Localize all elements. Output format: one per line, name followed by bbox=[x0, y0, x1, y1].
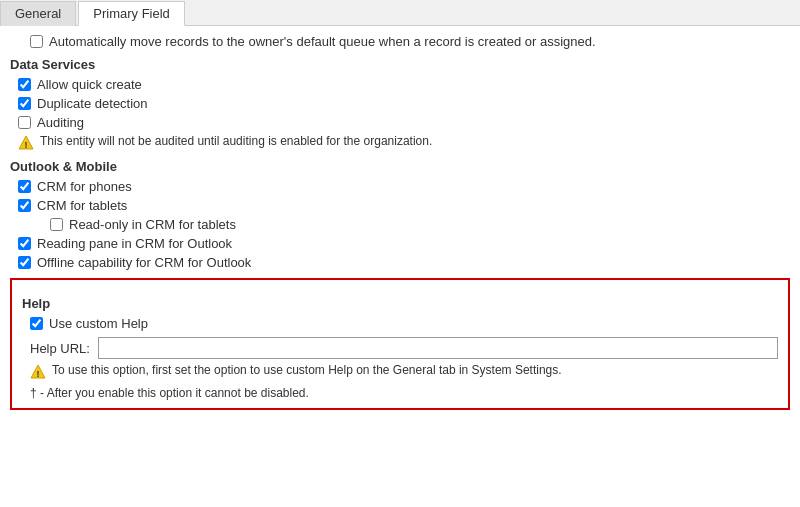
help-section: Help Use custom Help Help URL: ! To use … bbox=[10, 278, 790, 410]
duplicate-detection-checkbox[interactable] bbox=[18, 97, 31, 110]
queues-checkbox[interactable] bbox=[30, 35, 43, 48]
main-content: Automatically move records to the owner'… bbox=[0, 26, 800, 505]
outlook-mobile-header: Outlook & Mobile bbox=[10, 159, 790, 174]
duplicate-detection-label: Duplicate detection bbox=[37, 96, 148, 111]
crm-tablets-checkbox[interactable] bbox=[18, 199, 31, 212]
warning-icon: ! bbox=[18, 135, 34, 151]
use-custom-help-row: Use custom Help bbox=[22, 316, 778, 331]
use-custom-help-checkbox[interactable] bbox=[30, 317, 43, 330]
auditing-checkbox[interactable] bbox=[18, 116, 31, 129]
svg-text:!: ! bbox=[37, 369, 40, 379]
queues-label: Automatically move records to the owner'… bbox=[49, 34, 596, 49]
auditing-row: Auditing bbox=[10, 115, 790, 130]
reading-pane-row: Reading pane in CRM for Outlook bbox=[10, 236, 790, 251]
auditing-warning-text: This entity will not be audited until au… bbox=[40, 134, 432, 148]
crm-tablets-row: CRM for tablets bbox=[10, 198, 790, 213]
offline-capability-label: Offline capability for CRM for Outlook bbox=[37, 255, 251, 270]
offline-capability-row: Offline capability for CRM for Outlook bbox=[10, 255, 790, 270]
crm-tablets-label: CRM for tablets bbox=[37, 198, 127, 213]
help-warning-icon: ! bbox=[30, 364, 46, 380]
crm-phones-row: CRM for phones bbox=[10, 179, 790, 194]
tab-general[interactable]: General bbox=[0, 1, 76, 26]
use-custom-help-label: Use custom Help bbox=[49, 316, 148, 331]
allow-quick-create-label: Allow quick create bbox=[37, 77, 142, 92]
offline-capability-checkbox[interactable] bbox=[18, 256, 31, 269]
help-url-input[interactable] bbox=[98, 337, 778, 359]
reading-pane-checkbox[interactable] bbox=[18, 237, 31, 250]
svg-text:!: ! bbox=[25, 140, 28, 150]
queues-row: Automatically move records to the owner'… bbox=[10, 34, 790, 49]
reading-pane-label: Reading pane in CRM for Outlook bbox=[37, 236, 232, 251]
duplicate-detection-row: Duplicate detection bbox=[10, 96, 790, 111]
allow-quick-create-row: Allow quick create bbox=[10, 77, 790, 92]
read-only-tablets-label: Read-only in CRM for tablets bbox=[69, 217, 236, 232]
read-only-tablets-row: Read-only in CRM for tablets bbox=[10, 217, 790, 232]
tab-primary-field[interactable]: Primary Field bbox=[78, 1, 185, 26]
crm-phones-checkbox[interactable] bbox=[18, 180, 31, 193]
help-warning-text: To use this option, first set the option… bbox=[52, 363, 562, 377]
allow-quick-create-checkbox[interactable] bbox=[18, 78, 31, 91]
tab-bar: General Primary Field bbox=[0, 0, 800, 26]
help-note: † - After you enable this option it cann… bbox=[22, 386, 778, 400]
auditing-label: Auditing bbox=[37, 115, 84, 130]
help-url-label: Help URL: bbox=[30, 341, 90, 356]
read-only-tablets-checkbox[interactable] bbox=[50, 218, 63, 231]
help-header: Help bbox=[22, 296, 778, 311]
auditing-warning: ! This entity will not be audited until … bbox=[18, 134, 790, 151]
data-services-header: Data Services bbox=[10, 57, 790, 72]
help-url-row: Help URL: bbox=[22, 337, 778, 359]
crm-phones-label: CRM for phones bbox=[37, 179, 132, 194]
help-warning: ! To use this option, first set the opti… bbox=[30, 363, 778, 380]
